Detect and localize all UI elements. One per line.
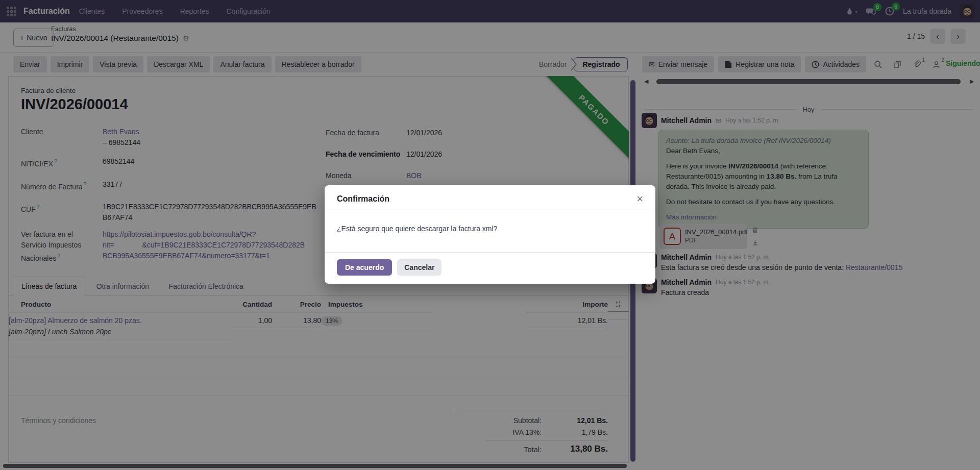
confirm-button[interactable]: De acuerdo xyxy=(337,259,392,276)
dialog-message: ¿Está seguro que quiere descargar la fac… xyxy=(325,212,655,253)
invoicing-app-window: Facturación Clientes Proveedores Reporte… xyxy=(0,0,980,470)
close-icon[interactable]: × xyxy=(636,193,643,205)
dialog-title: Confirmación xyxy=(337,194,389,204)
confirmation-dialog: Confirmación × ¿Está seguro que quiere d… xyxy=(325,185,655,284)
cancel-button[interactable]: Cancelar xyxy=(397,259,442,276)
